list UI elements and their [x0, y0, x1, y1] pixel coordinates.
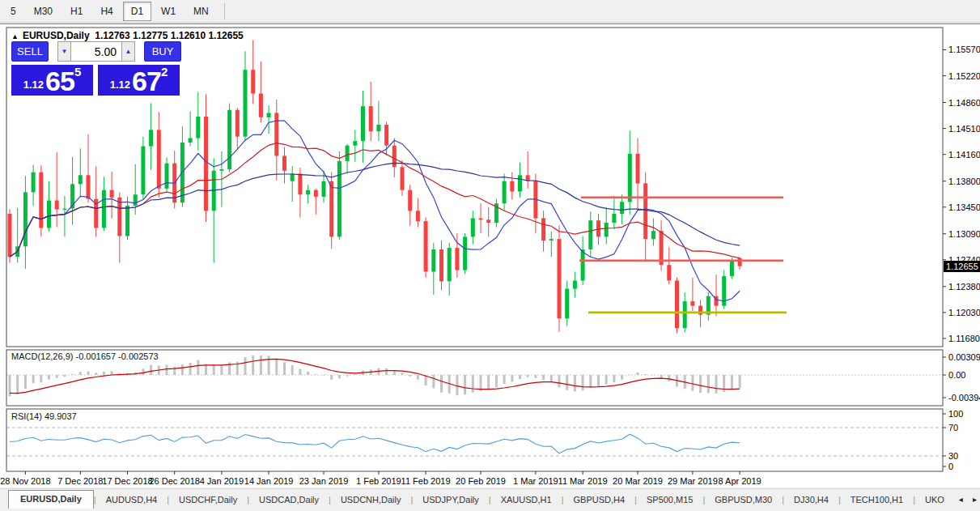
rsi-axis-label: 70: [948, 423, 958, 432]
tab-gbpusd-m30[interactable]: GBPUSD,M30: [705, 492, 782, 509]
price-axis-label: 1.14160: [948, 150, 980, 160]
timeframe-button-h4[interactable]: H4: [92, 2, 121, 21]
tab-tech100-h1[interactable]: TECH100,H1: [841, 492, 913, 509]
macd-axis-label: -0.003947: [948, 393, 980, 402]
collapse-icon[interactable]: ▲: [11, 32, 19, 40]
current-price-tag: 1.12655: [944, 261, 980, 272]
timeframe-button-m30[interactable]: M30: [26, 2, 61, 21]
price-axis-label: 1.11680: [948, 334, 980, 343]
macd-indicator-label: MACD(12,26,9) -0.001657 -0.002573: [11, 351, 159, 361]
timeframe-button-mn[interactable]: MN: [185, 2, 217, 21]
tab-scroll-left-icon[interactable]: ◂: [954, 495, 968, 509]
buy-price-base: 1.12: [110, 76, 130, 94]
rsi-indicator-label: RSI(14) 49.9037: [11, 411, 77, 421]
price-axis-label: 1.13090: [948, 229, 980, 239]
price-axis-label: 1.14860: [948, 98, 980, 108]
price-axis-label: 1.14510: [948, 124, 980, 134]
buy-price-point: 2: [161, 66, 168, 78]
timeframe-button-5[interactable]: 5: [2, 2, 24, 21]
volume-decrease-button[interactable]: ▼: [57, 41, 71, 62]
tab-sp500-m15[interactable]: SP500,M15: [637, 492, 702, 509]
timeframe-button-d1[interactable]: D1: [123, 2, 151, 21]
chart-header: ▲EURUSD,Daily 1.12763 1.12775 1.12610 1.…: [11, 30, 244, 41]
sell-price-button[interactable]: 1.12 65 5: [11, 65, 93, 96]
buy-price-button[interactable]: 1.12 67 2: [98, 65, 180, 96]
price-axis-label: 1.13450: [948, 202, 980, 212]
chart-tab-bar: EURUSD,Daily|AUDUSD,H4|USDCHF,Daily|USDC…: [0, 488, 980, 509]
date-axis-label: 8 Apr 2019: [703, 476, 776, 486]
tab-usdchf-daily[interactable]: USDCHF,Daily: [169, 492, 247, 509]
one-click-trading-panel: SELL ▼ ▲ BUY 1.12 65 5 1.12: [11, 41, 181, 96]
chart-ohlc-values: 1.12763 1.12775 1.12610 1.12655: [95, 30, 244, 41]
tab-uko[interactable]: UKO: [915, 492, 954, 509]
tab-usdcad-daily[interactable]: USDCAD,Daily: [249, 492, 329, 509]
rsi-axis-label: 30: [948, 451, 958, 461]
buy-button[interactable]: BUY: [144, 41, 181, 62]
macd-axis-label: 0.003095: [948, 352, 980, 362]
price-axis-label: 1.12030: [948, 308, 980, 317]
price-axis-label: 1.12380: [948, 282, 980, 292]
toolbar-separator: [224, 3, 225, 19]
tab-audusd-h4[interactable]: AUDUSD,H4: [96, 492, 168, 509]
sell-price-base: 1.12: [23, 76, 44, 94]
price-axis-label: 1.13800: [948, 177, 980, 186]
timeframe-toolbar: 5M30H1H4D1W1MN: [0, 0, 980, 23]
tab-scroll-right-icon[interactable]: ▸: [968, 495, 980, 509]
buy-price-pips: 67: [132, 68, 161, 94]
chart-window[interactable]: 1.155701.152201.148601.145101.141601.138…: [0, 23, 980, 488]
chevron-up-icon: ▲: [125, 48, 132, 55]
sell-price-pips: 65: [45, 68, 74, 94]
price-axis-label: 1.15220: [948, 71, 980, 81]
timeframe-button-h1[interactable]: H1: [62, 2, 91, 21]
volume-increase-button[interactable]: ▲: [121, 41, 135, 62]
tab-gbpusd-h4[interactable]: GBPUSD,H4: [564, 492, 635, 509]
chevron-down-icon: ▼: [62, 48, 68, 55]
sell-button[interactable]: SELL: [11, 41, 49, 62]
rsi-axis-label: 0: [948, 462, 953, 471]
tab-usdcnh-daily[interactable]: USDCNH,Daily: [331, 492, 411, 509]
sell-price-point: 5: [74, 66, 81, 78]
tab-dj30-h4[interactable]: DJ30,H4: [784, 492, 838, 509]
tab-usdjpy-daily[interactable]: USDJPY,Daily: [413, 492, 489, 509]
volume-input[interactable]: [71, 41, 121, 62]
price-axis-label: 1.15570: [948, 45, 980, 54]
timeframe-button-w1[interactable]: W1: [153, 2, 184, 21]
tab-eurusd-daily[interactable]: EURUSD,Daily: [8, 490, 94, 509]
macd-axis-label: 0.00: [948, 370, 965, 380]
tab-xauusd-h1[interactable]: XAUUSD,H1: [491, 492, 562, 509]
trading-terminal: 5M30H1H4D1W1MN 1.155701.152201.148601.14…: [0, 0, 980, 511]
chart-symbol-label: EURUSD,Daily: [23, 30, 90, 41]
rsi-axis-label: 100: [948, 409, 963, 419]
